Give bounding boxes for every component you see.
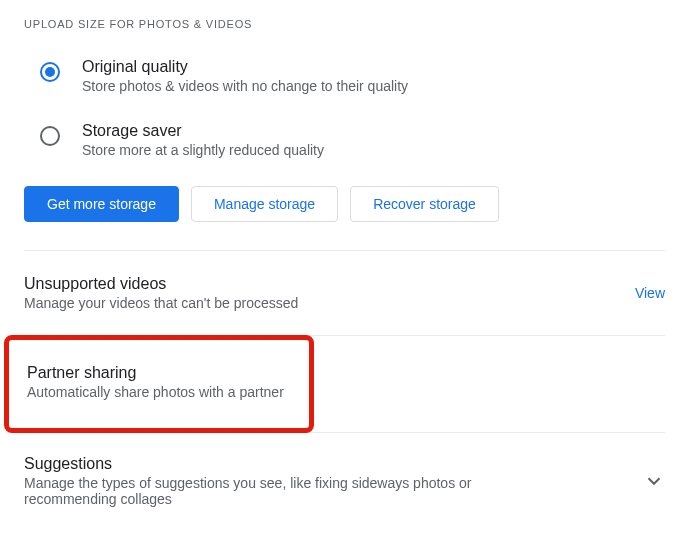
partner-sharing-desc: Automatically share photos with a partne… [27, 384, 291, 400]
manage-storage-button[interactable]: Manage storage [191, 186, 338, 222]
partner-sharing-row[interactable]: Partner sharing Automatically share phot… [4, 335, 314, 433]
original-quality-desc: Store photos & videos with no change to … [82, 78, 408, 94]
original-quality-option[interactable]: Original quality Store photos & videos w… [24, 58, 665, 94]
storage-saver-title: Storage saver [82, 122, 324, 140]
view-link[interactable]: View [635, 285, 665, 301]
unsupported-videos-row[interactable]: Unsupported videos Manage your videos th… [0, 251, 689, 335]
suggestions-row[interactable]: Suggestions Manage the types of suggesti… [0, 433, 689, 507]
radio-selected-icon[interactable] [40, 62, 60, 82]
upload-size-radio-group: Original quality Store photos & videos w… [0, 58, 689, 158]
upload-size-header: UPLOAD SIZE FOR PHOTOS & VIDEOS [0, 18, 689, 30]
partner-sharing-title: Partner sharing [27, 364, 291, 382]
chevron-down-icon[interactable] [643, 470, 665, 492]
original-quality-title: Original quality [82, 58, 408, 76]
unsupported-desc: Manage your videos that can't be process… [24, 295, 298, 311]
unsupported-title: Unsupported videos [24, 275, 298, 293]
suggestions-desc: Manage the types of suggestions you see,… [24, 475, 504, 507]
get-more-storage-button[interactable]: Get more storage [24, 186, 179, 222]
recover-storage-button[interactable]: Recover storage [350, 186, 499, 222]
storage-saver-desc: Store more at a slightly reduced quality [82, 142, 324, 158]
suggestions-title: Suggestions [24, 455, 504, 473]
radio-unselected-icon[interactable] [40, 126, 60, 146]
storage-saver-option[interactable]: Storage saver Store more at a slightly r… [24, 122, 665, 158]
storage-button-row: Get more storage Manage storage Recover … [0, 186, 689, 222]
